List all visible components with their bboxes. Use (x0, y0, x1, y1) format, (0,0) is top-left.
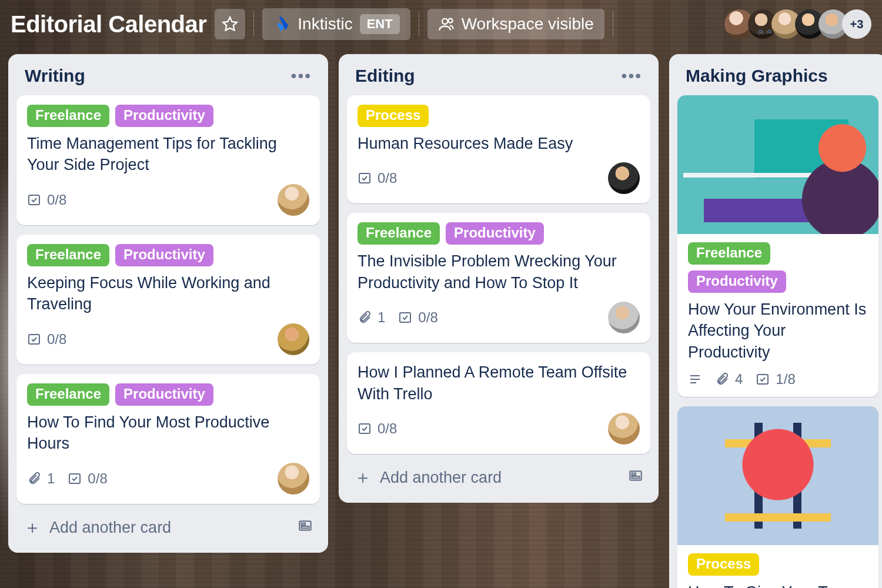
checklist-badge: 0/8 (358, 420, 397, 437)
card-member-avatar[interactable] (608, 302, 640, 333)
checklist-icon (68, 472, 82, 486)
checklist-icon (358, 422, 372, 436)
attachment-badge: 1 (27, 470, 55, 487)
checklist-badge: 0/8 (27, 192, 66, 208)
svg-point-1 (442, 19, 447, 24)
board-header: Editorial Calendar Inktistic ENT Workspa… (0, 0, 882, 54)
workspace-plan-badge: ENT (360, 14, 400, 34)
card[interactable]: How I Planned A Remote Team Offsite With… (347, 352, 650, 454)
workspace-button[interactable]: Inktistic ENT (262, 8, 410, 40)
svg-point-2 (448, 19, 452, 23)
paperclip-icon (715, 372, 729, 386)
label-productivity[interactable]: Productivity (115, 105, 213, 127)
card-title: Human Resources Made Easy (358, 133, 640, 154)
card-member-avatar[interactable] (278, 463, 309, 495)
divider (253, 11, 254, 37)
atlassian-icon (273, 15, 290, 33)
divider (419, 11, 419, 37)
card-member-avatar[interactable] (278, 323, 309, 355)
list-editing: Editing ••• Process Human Resources Made… (339, 54, 659, 503)
add-card-label: Add another card (49, 519, 171, 537)
checklist-icon (27, 332, 41, 346)
add-card-button[interactable]: ＋ Add another card (347, 454, 650, 495)
card-title: The Invisible Problem Wrecking Your Prod… (358, 250, 640, 293)
checklist-icon (756, 372, 770, 386)
list-title[interactable]: Editing (355, 66, 415, 86)
board-title[interactable]: Editorial Calendar (11, 11, 206, 38)
divider (613, 11, 613, 37)
list-making-graphics: Making Graphics Freelance Productivity H… (669, 54, 882, 588)
svg-rect-5 (69, 474, 80, 483)
list-menu-button[interactable]: ••• (622, 66, 642, 85)
list-title[interactable]: Making Graphics (686, 66, 828, 86)
label-productivity[interactable]: Productivity (115, 383, 213, 406)
svg-rect-8 (302, 526, 309, 528)
checklist-badge: 0/8 (68, 470, 107, 487)
svg-rect-7 (302, 523, 306, 524)
star-button[interactable] (215, 9, 245, 39)
label-freelance[interactable]: Freelance (27, 383, 109, 406)
card-template-button[interactable] (298, 518, 313, 537)
svg-rect-10 (400, 313, 410, 322)
svg-rect-4 (29, 335, 39, 344)
svg-marker-0 (223, 17, 237, 30)
ellipsis-icon: ••• (291, 66, 312, 85)
card[interactable]: Freelance Productivity Keeping Focus Whi… (16, 235, 320, 365)
board-canvas: Writing ••• Freelance Productivity Time … (0, 54, 882, 588)
checklist-icon (398, 310, 412, 325)
template-icon (628, 468, 643, 483)
attachment-badge: 4 (715, 371, 743, 387)
label-freelance[interactable]: Freelance (688, 242, 770, 265)
label-productivity[interactable]: Productivity (688, 270, 786, 293)
svg-rect-9 (359, 173, 370, 183)
card-title: Time Management Tips for Tackling Your S… (27, 133, 309, 176)
label-freelance[interactable]: Freelance (358, 222, 440, 245)
card-member-avatar[interactable] (278, 184, 309, 216)
list-writing: Writing ••• Freelance Productivity Time … (8, 54, 328, 553)
card-cover (677, 406, 878, 545)
label-productivity[interactable]: Productivity (446, 222, 544, 245)
star-icon (222, 16, 238, 32)
card[interactable]: Process Human Resources Made Easy 0/8 (347, 95, 650, 203)
label-process[interactable]: Process (688, 553, 759, 576)
add-card-button[interactable]: ＋ Add another card (16, 504, 320, 544)
card[interactable]: Freelance Productivity How To Find Your … (16, 374, 320, 504)
card-title: Keeping Focus While Working and Travelin… (27, 272, 309, 315)
attachment-badge: 1 (358, 309, 385, 326)
card[interactable]: Freelance Productivity The Invisible Pro… (347, 213, 650, 343)
visibility-button[interactable]: Workspace visible (427, 9, 604, 39)
card[interactable]: Process How To Give Your Team Monthly St… (677, 406, 878, 588)
plus-icon: ＋ (24, 516, 41, 540)
checklist-icon (27, 193, 41, 207)
description-icon (688, 372, 702, 386)
add-card-label: Add another card (380, 469, 502, 487)
ellipsis-icon: ••• (622, 66, 642, 85)
label-freelance[interactable]: Freelance (27, 244, 109, 266)
board-members: ⌃⌃ +3 (701, 9, 871, 39)
card-template-button[interactable] (628, 468, 643, 487)
svg-rect-13 (632, 473, 636, 475)
guest-indicator-icon: ⌃⌃ (756, 28, 774, 41)
label-freelance[interactable]: Freelance (27, 105, 109, 127)
list-menu-button[interactable]: ••• (291, 66, 312, 85)
checklist-badge: 0/8 (358, 170, 397, 186)
label-productivity[interactable]: Productivity (115, 244, 213, 266)
visibility-label: Workspace visible (462, 15, 594, 34)
card[interactable]: Freelance Productivity Time Management T… (16, 95, 320, 225)
card-title: How To Find Your Most Productive Hours (27, 412, 309, 455)
card-title: How Your Environment Is Affecting Your P… (688, 299, 868, 363)
checklist-icon (358, 171, 372, 185)
label-process[interactable]: Process (358, 105, 429, 127)
avatar-overflow[interactable]: +3 (842, 9, 871, 39)
card-cover (677, 95, 878, 234)
card-member-avatar[interactable] (608, 162, 640, 194)
checklist-badge: 1/8 (756, 371, 795, 387)
card[interactable]: Freelance Productivity How Your Environm… (677, 95, 878, 397)
checklist-badge: 0/8 (27, 331, 66, 348)
checklist-badge: 0/8 (398, 309, 437, 326)
paperclip-icon (27, 472, 41, 486)
svg-rect-18 (757, 375, 768, 384)
template-icon (298, 518, 313, 533)
list-title[interactable]: Writing (25, 66, 85, 86)
card-member-avatar[interactable] (608, 413, 640, 445)
